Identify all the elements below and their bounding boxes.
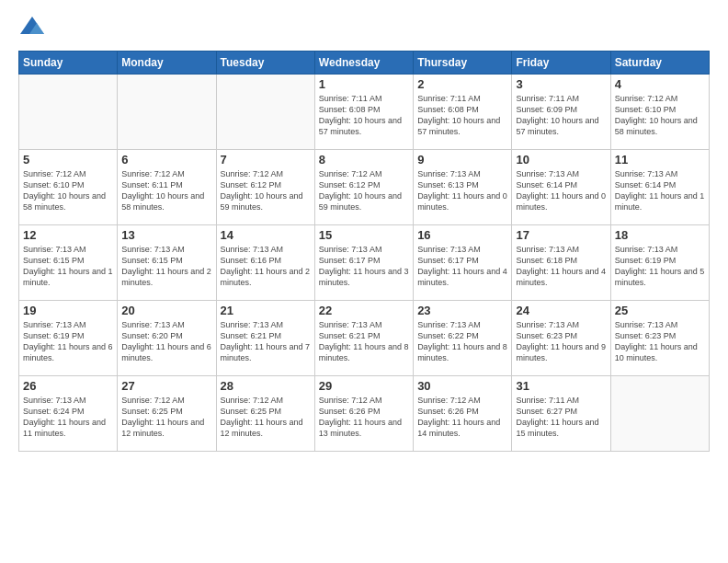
day-number: 12 (23, 228, 113, 242)
day-number: 17 (516, 228, 606, 242)
day-cell: 16Sunrise: 7:13 AMSunset: 6:17 PMDayligh… (414, 225, 512, 301)
day-number: 19 (23, 304, 113, 317)
day-number: 20 (121, 304, 211, 317)
weekday-header-tuesday: Tuesday (216, 52, 314, 75)
day-cell: 21Sunrise: 7:13 AMSunset: 6:21 PMDayligh… (216, 301, 314, 376)
day-cell: 29Sunrise: 7:12 AMSunset: 6:26 PMDayligh… (314, 376, 413, 452)
day-number: 23 (417, 304, 507, 317)
week-row-2: 5Sunrise: 7:12 AMSunset: 6:10 PMDaylight… (19, 150, 710, 225)
day-number: 1 (319, 77, 409, 91)
weekday-header-saturday: Saturday (610, 52, 709, 75)
day-cell: 2Sunrise: 7:11 AMSunset: 6:08 PMDaylight… (414, 75, 512, 150)
day-cell: 12Sunrise: 7:13 AMSunset: 6:15 PMDayligh… (19, 225, 118, 301)
day-number: 27 (121, 379, 211, 393)
day-info: Sunrise: 7:12 AMSunset: 6:25 PMDaylight:… (121, 395, 211, 440)
logo-icon (18, 14, 46, 41)
weekday-header-row: SundayMondayTuesdayWednesdayThursdayFrid… (19, 52, 710, 75)
logo (18, 14, 50, 41)
day-info: Sunrise: 7:13 AMSunset: 6:19 PMDaylight:… (23, 319, 113, 364)
day-number: 5 (23, 153, 113, 167)
day-cell: 31Sunrise: 7:11 AMSunset: 6:27 PMDayligh… (512, 376, 610, 452)
day-cell: 14Sunrise: 7:13 AMSunset: 6:16 PMDayligh… (216, 225, 314, 301)
day-info: Sunrise: 7:13 AMSunset: 6:14 PMDaylight:… (615, 168, 705, 213)
header (18, 14, 710, 41)
day-cell: 24Sunrise: 7:13 AMSunset: 6:23 PMDayligh… (512, 301, 610, 376)
day-number: 18 (615, 228, 705, 242)
day-cell: 8Sunrise: 7:12 AMSunset: 6:12 PMDaylight… (314, 150, 413, 225)
day-info: Sunrise: 7:12 AMSunset: 6:12 PMDaylight:… (319, 168, 409, 213)
day-number: 30 (417, 379, 507, 393)
day-cell: 11Sunrise: 7:13 AMSunset: 6:14 PMDayligh… (610, 150, 709, 225)
day-number: 22 (319, 304, 409, 317)
week-row-5: 26Sunrise: 7:13 AMSunset: 6:24 PMDayligh… (19, 376, 710, 452)
day-cell: 23Sunrise: 7:13 AMSunset: 6:22 PMDayligh… (414, 301, 512, 376)
day-cell: 18Sunrise: 7:13 AMSunset: 6:19 PMDayligh… (610, 225, 709, 301)
day-info: Sunrise: 7:12 AMSunset: 6:26 PMDaylight:… (417, 395, 507, 440)
page: SundayMondayTuesdayWednesdayThursdayFrid… (0, 0, 728, 563)
day-cell: 27Sunrise: 7:12 AMSunset: 6:25 PMDayligh… (118, 376, 216, 452)
day-cell: 30Sunrise: 7:12 AMSunset: 6:26 PMDayligh… (414, 376, 512, 452)
day-info: Sunrise: 7:13 AMSunset: 6:17 PMDaylight:… (319, 244, 409, 289)
day-info: Sunrise: 7:11 AMSunset: 6:08 PMDaylight:… (319, 93, 409, 138)
day-number: 25 (615, 304, 705, 317)
day-cell: 28Sunrise: 7:12 AMSunset: 6:25 PMDayligh… (216, 376, 314, 452)
day-info: Sunrise: 7:13 AMSunset: 6:21 PMDaylight:… (319, 319, 409, 364)
day-info: Sunrise: 7:13 AMSunset: 6:24 PMDaylight:… (23, 395, 113, 440)
day-info: Sunrise: 7:12 AMSunset: 6:12 PMDaylight:… (221, 168, 311, 213)
day-cell: 4Sunrise: 7:12 AMSunset: 6:10 PMDaylight… (610, 75, 709, 150)
day-cell: 26Sunrise: 7:13 AMSunset: 6:24 PMDayligh… (19, 376, 118, 452)
day-number: 24 (516, 304, 606, 317)
day-info: Sunrise: 7:12 AMSunset: 6:10 PMDaylight:… (615, 93, 705, 138)
day-number: 2 (417, 77, 507, 91)
weekday-header-sunday: Sunday (19, 52, 118, 75)
day-cell: 10Sunrise: 7:13 AMSunset: 6:14 PMDayligh… (512, 150, 610, 225)
day-info: Sunrise: 7:13 AMSunset: 6:21 PMDaylight:… (221, 319, 311, 364)
day-info: Sunrise: 7:12 AMSunset: 6:10 PMDaylight:… (23, 168, 113, 213)
day-cell (610, 376, 709, 452)
day-cell: 3Sunrise: 7:11 AMSunset: 6:09 PMDaylight… (512, 75, 610, 150)
day-cell: 1Sunrise: 7:11 AMSunset: 6:08 PMDaylight… (314, 75, 413, 150)
day-info: Sunrise: 7:13 AMSunset: 6:17 PMDaylight:… (417, 244, 507, 289)
day-cell: 17Sunrise: 7:13 AMSunset: 6:18 PMDayligh… (512, 225, 610, 301)
day-number: 4 (615, 77, 705, 91)
day-number: 7 (221, 153, 311, 167)
day-number: 13 (121, 228, 211, 242)
weekday-header-monday: Monday (118, 52, 216, 75)
day-number: 8 (319, 153, 409, 167)
day-info: Sunrise: 7:12 AMSunset: 6:25 PMDaylight:… (221, 395, 311, 440)
day-cell: 6Sunrise: 7:12 AMSunset: 6:11 PMDaylight… (118, 150, 216, 225)
day-cell (216, 75, 314, 150)
day-info: Sunrise: 7:11 AMSunset: 6:27 PMDaylight:… (516, 395, 606, 440)
day-number: 21 (221, 304, 311, 317)
week-row-4: 19Sunrise: 7:13 AMSunset: 6:19 PMDayligh… (19, 301, 710, 376)
day-number: 3 (516, 77, 606, 91)
day-info: Sunrise: 7:13 AMSunset: 6:15 PMDaylight:… (23, 244, 113, 289)
day-cell: 13Sunrise: 7:13 AMSunset: 6:15 PMDayligh… (118, 225, 216, 301)
day-number: 10 (516, 153, 606, 167)
day-cell: 9Sunrise: 7:13 AMSunset: 6:13 PMDaylight… (414, 150, 512, 225)
day-info: Sunrise: 7:13 AMSunset: 6:22 PMDaylight:… (417, 319, 507, 364)
day-info: Sunrise: 7:13 AMSunset: 6:23 PMDaylight:… (615, 319, 705, 364)
day-info: Sunrise: 7:11 AMSunset: 6:08 PMDaylight:… (417, 93, 507, 138)
day-number: 15 (319, 228, 409, 242)
day-number: 11 (615, 153, 705, 167)
day-info: Sunrise: 7:11 AMSunset: 6:09 PMDaylight:… (516, 93, 606, 138)
day-info: Sunrise: 7:13 AMSunset: 6:15 PMDaylight:… (121, 244, 211, 289)
weekday-header-thursday: Thursday (414, 52, 512, 75)
day-info: Sunrise: 7:13 AMSunset: 6:19 PMDaylight:… (615, 244, 705, 289)
day-info: Sunrise: 7:13 AMSunset: 6:18 PMDaylight:… (516, 244, 606, 289)
day-number: 31 (516, 379, 606, 393)
day-info: Sunrise: 7:12 AMSunset: 6:11 PMDaylight:… (121, 168, 211, 213)
weekday-header-wednesday: Wednesday (314, 52, 413, 75)
day-number: 9 (417, 153, 507, 167)
day-info: Sunrise: 7:13 AMSunset: 6:20 PMDaylight:… (121, 319, 211, 364)
day-number: 29 (319, 379, 409, 393)
day-number: 28 (221, 379, 311, 393)
day-info: Sunrise: 7:13 AMSunset: 6:14 PMDaylight:… (516, 168, 606, 213)
day-number: 6 (121, 153, 211, 167)
day-info: Sunrise: 7:13 AMSunset: 6:13 PMDaylight:… (417, 168, 507, 213)
week-row-1: 1Sunrise: 7:11 AMSunset: 6:08 PMDaylight… (19, 75, 710, 150)
day-cell: 19Sunrise: 7:13 AMSunset: 6:19 PMDayligh… (19, 301, 118, 376)
day-number: 14 (221, 228, 311, 242)
weekday-header-friday: Friday (512, 52, 610, 75)
